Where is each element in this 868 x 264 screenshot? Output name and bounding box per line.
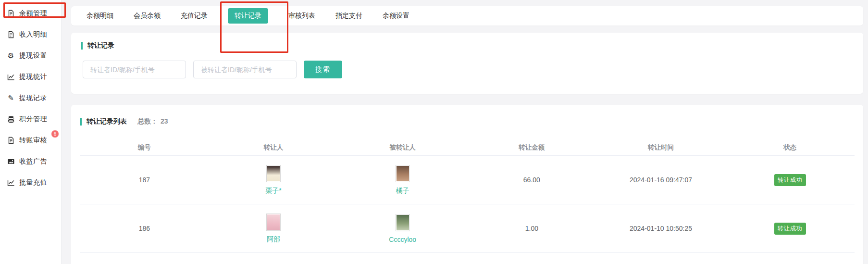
total-label: 总数： — [137, 117, 158, 125]
search-button[interactable]: 搜索 — [304, 61, 342, 78]
cell-time: 2024-01-16 09:47:07 — [596, 176, 726, 184]
sidebar-item-label: 收入明细 — [19, 30, 47, 39]
sidebar-item-label: 收益广告 — [19, 157, 47, 166]
pencil-icon: ✎ — [7, 94, 15, 102]
line-chart-icon — [7, 179, 15, 187]
transfer-record-list-section: 转让记录列表 总数：23 编号 转让人 被转让人 转让金额 转让时间 状态 18… — [71, 105, 863, 264]
sidebar-item-label: 提现设置 — [19, 51, 47, 60]
avatar[interactable] — [266, 165, 281, 182]
to-user-search-input[interactable] — [193, 61, 297, 78]
transfer-table: 编号 转让人 被转让人 转让金额 转让时间 状态 187 栗子* — [80, 139, 855, 253]
to-user-cell: 橘子 — [338, 165, 467, 195]
avatar[interactable] — [396, 214, 410, 231]
from-user-link[interactable]: 阿部 — [267, 235, 280, 244]
sidebar-item-label: 积分管理 — [19, 115, 47, 124]
sidebar-item-points-management[interactable]: 积分管理 — [0, 109, 61, 130]
tab-bar: 余额明细 会员余额 充值记录 转让记录 审核列表 指定支付 余额设置 — [71, 6, 863, 25]
table-header-row: 编号 转让人 被转让人 转让金额 转让时间 状态 — [80, 139, 855, 156]
cell-id: 187 — [80, 176, 209, 184]
from-user-cell: 阿部 — [209, 214, 338, 244]
col-header-time: 转让时间 — [596, 143, 726, 152]
document-icon — [7, 137, 15, 145]
tab-transfer-records[interactable]: 转让记录 — [228, 8, 268, 24]
tab-balance-settings[interactable]: 余额设置 — [383, 12, 409, 20]
sidebar-item-income-detail[interactable]: 收入明细 — [0, 24, 61, 45]
total-value: 23 — [161, 117, 168, 125]
col-header-to: 被转让人 — [338, 143, 467, 152]
status-badge: 转让成功 — [774, 223, 806, 235]
list-header: 转让记录列表 总数：23 — [80, 117, 855, 126]
sidebar-item-withdraw-settings[interactable]: ⚙ 提现设置 — [0, 45, 61, 66]
sidebar-item-label: 提现统计 — [19, 73, 47, 81]
tab-review-list[interactable]: 审核列表 — [288, 12, 315, 20]
cell-id: 186 — [80, 225, 209, 232]
from-user-search-input[interactable] — [83, 61, 186, 78]
total-count: 总数：23 — [137, 117, 168, 126]
avatar[interactable] — [396, 165, 410, 182]
main-content: 余额明细 会员余额 充值记录 转让记录 审核列表 指定支付 余额设置 转让记录 … — [71, 0, 863, 264]
col-header-from: 转让人 — [209, 143, 338, 152]
search-section: 转让记录 搜索 — [71, 33, 863, 94]
avatar[interactable] — [266, 214, 281, 231]
document-icon — [7, 10, 15, 18]
sidebar-item-batch-recharge[interactable]: 批量充值 — [0, 172, 61, 193]
section-title: 转让记录 — [81, 41, 854, 50]
gear-icon: ⚙ — [7, 52, 15, 60]
sidebar-item-withdraw-records[interactable]: ✎ 提现记录 — [0, 88, 61, 109]
database-icon — [7, 115, 15, 124]
tab-designated-payment[interactable]: 指定支付 — [335, 12, 362, 20]
table-row: 187 栗子* 橘子 66.00 2024-01-16 09:47:07 转让成… — [80, 156, 855, 204]
sidebar-item-label: 批量充值 — [19, 178, 47, 187]
sidebar-item-revenue-ads[interactable]: 收益广告 — [0, 151, 61, 172]
document-icon — [7, 31, 15, 39]
from-user-cell: 栗子* — [209, 165, 338, 195]
sidebar-item-label: 转账审核 — [19, 136, 47, 145]
from-user-link[interactable]: 栗子* — [265, 187, 281, 195]
sidebar: 余额管理 收入明细 ⚙ 提现设置 提现统计 ✎ 提现记录 积分管理 转账审核 6 — [0, 0, 62, 264]
notification-badge: 6 — [51, 130, 59, 138]
col-header-status: 状态 — [725, 143, 855, 152]
table-row: 186 阿部 Ccccyloo 1.00 2024-01-10 10:50:25… — [80, 204, 855, 253]
cell-amount: 66.00 — [467, 176, 596, 184]
tab-recharge-records[interactable]: 充值记录 — [181, 12, 208, 20]
col-header-id: 编号 — [80, 143, 209, 152]
status-badge: 转让成功 — [774, 174, 806, 186]
search-row: 搜索 — [81, 61, 854, 78]
tab-balance-detail[interactable]: 余额明细 — [87, 12, 113, 20]
to-user-cell: Ccccyloo — [338, 214, 467, 243]
list-title: 转让记录列表 — [80, 117, 127, 126]
to-user-link[interactable]: 橘子 — [396, 187, 409, 195]
sidebar-item-label: 余额管理 — [19, 9, 47, 18]
cell-amount: 1.00 — [467, 225, 596, 232]
cell-time: 2024-01-10 10:50:25 — [596, 225, 726, 232]
image-icon — [7, 158, 15, 166]
col-header-amount: 转让金额 — [467, 143, 596, 152]
sidebar-item-label: 提现记录 — [19, 94, 47, 102]
line-chart-icon — [7, 73, 15, 81]
sidebar-item-transfer-review[interactable]: 转账审核 6 — [0, 130, 61, 151]
to-user-link[interactable]: Ccccyloo — [389, 236, 416, 243]
sidebar-item-withdraw-stats[interactable]: 提现统计 — [0, 66, 61, 88]
tab-member-balance[interactable]: 会员余额 — [134, 12, 161, 20]
sidebar-item-balance-management[interactable]: 余额管理 — [0, 3, 61, 24]
